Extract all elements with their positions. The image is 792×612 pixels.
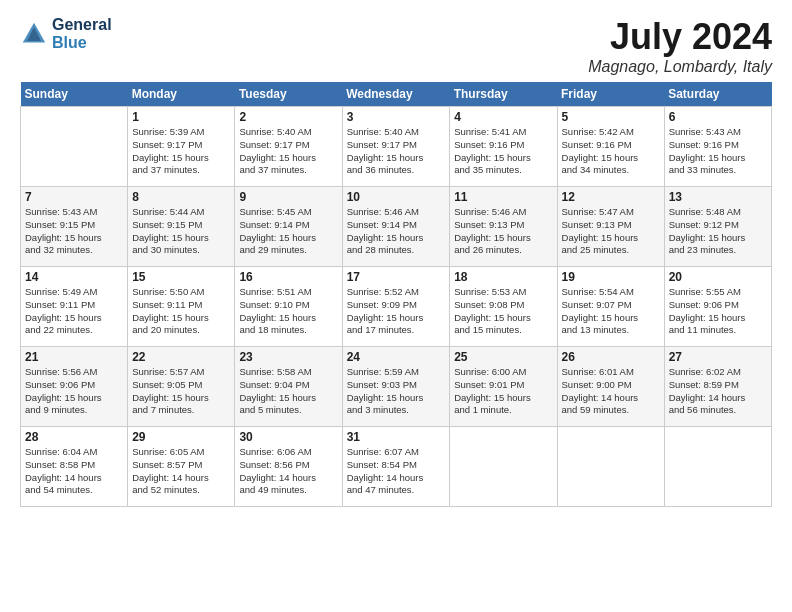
day-number: 17 bbox=[347, 270, 446, 284]
day-number: 2 bbox=[239, 110, 337, 124]
day-info: Sunrise: 5:40 AM Sunset: 9:17 PM Dayligh… bbox=[239, 126, 337, 177]
calendar-cell: 28Sunrise: 6:04 AM Sunset: 8:58 PM Dayli… bbox=[21, 427, 128, 507]
day-number: 22 bbox=[132, 350, 230, 364]
day-info: Sunrise: 5:39 AM Sunset: 9:17 PM Dayligh… bbox=[132, 126, 230, 177]
calendar-cell: 22Sunrise: 5:57 AM Sunset: 9:05 PM Dayli… bbox=[128, 347, 235, 427]
calendar-cell: 17Sunrise: 5:52 AM Sunset: 9:09 PM Dayli… bbox=[342, 267, 450, 347]
calendar-cell: 3Sunrise: 5:40 AM Sunset: 9:17 PM Daylig… bbox=[342, 107, 450, 187]
day-number: 19 bbox=[562, 270, 660, 284]
day-info: Sunrise: 5:48 AM Sunset: 9:12 PM Dayligh… bbox=[669, 206, 767, 257]
day-info: Sunrise: 5:52 AM Sunset: 9:09 PM Dayligh… bbox=[347, 286, 446, 337]
day-number: 1 bbox=[132, 110, 230, 124]
day-info: Sunrise: 5:43 AM Sunset: 9:16 PM Dayligh… bbox=[669, 126, 767, 177]
day-info: Sunrise: 6:02 AM Sunset: 8:59 PM Dayligh… bbox=[669, 366, 767, 417]
day-number: 27 bbox=[669, 350, 767, 364]
day-number: 12 bbox=[562, 190, 660, 204]
day-info: Sunrise: 5:59 AM Sunset: 9:03 PM Dayligh… bbox=[347, 366, 446, 417]
page-container: General Blue July 2024 Magnago, Lombardy… bbox=[0, 0, 792, 517]
day-info: Sunrise: 6:04 AM Sunset: 8:58 PM Dayligh… bbox=[25, 446, 123, 497]
calendar-cell: 11Sunrise: 5:46 AM Sunset: 9:13 PM Dayli… bbox=[450, 187, 557, 267]
day-number: 29 bbox=[132, 430, 230, 444]
calendar-cell: 1Sunrise: 5:39 AM Sunset: 9:17 PM Daylig… bbox=[128, 107, 235, 187]
day-info: Sunrise: 5:54 AM Sunset: 9:07 PM Dayligh… bbox=[562, 286, 660, 337]
day-info: Sunrise: 6:06 AM Sunset: 8:56 PM Dayligh… bbox=[239, 446, 337, 497]
title-block: July 2024 Magnago, Lombardy, Italy bbox=[588, 16, 772, 76]
logo-icon bbox=[20, 20, 48, 48]
day-number: 3 bbox=[347, 110, 446, 124]
day-number: 31 bbox=[347, 430, 446, 444]
day-number: 4 bbox=[454, 110, 552, 124]
day-info: Sunrise: 5:45 AM Sunset: 9:14 PM Dayligh… bbox=[239, 206, 337, 257]
calendar-cell: 29Sunrise: 6:05 AM Sunset: 8:57 PM Dayli… bbox=[128, 427, 235, 507]
day-number: 26 bbox=[562, 350, 660, 364]
calendar-cell: 9Sunrise: 5:45 AM Sunset: 9:14 PM Daylig… bbox=[235, 187, 342, 267]
calendar-cell: 19Sunrise: 5:54 AM Sunset: 9:07 PM Dayli… bbox=[557, 267, 664, 347]
calendar-table: SundayMondayTuesdayWednesdayThursdayFrid… bbox=[20, 82, 772, 507]
calendar-cell: 31Sunrise: 6:07 AM Sunset: 8:54 PM Dayli… bbox=[342, 427, 450, 507]
calendar-cell: 18Sunrise: 5:53 AM Sunset: 9:08 PM Dayli… bbox=[450, 267, 557, 347]
header-day-friday: Friday bbox=[557, 82, 664, 107]
calendar-week-row: 1Sunrise: 5:39 AM Sunset: 9:17 PM Daylig… bbox=[21, 107, 772, 187]
calendar-cell: 7Sunrise: 5:43 AM Sunset: 9:15 PM Daylig… bbox=[21, 187, 128, 267]
day-number: 11 bbox=[454, 190, 552, 204]
day-info: Sunrise: 6:05 AM Sunset: 8:57 PM Dayligh… bbox=[132, 446, 230, 497]
day-info: Sunrise: 5:46 AM Sunset: 9:13 PM Dayligh… bbox=[454, 206, 552, 257]
calendar-cell: 24Sunrise: 5:59 AM Sunset: 9:03 PM Dayli… bbox=[342, 347, 450, 427]
day-number: 16 bbox=[239, 270, 337, 284]
day-info: Sunrise: 5:50 AM Sunset: 9:11 PM Dayligh… bbox=[132, 286, 230, 337]
day-number: 25 bbox=[454, 350, 552, 364]
calendar-cell: 21Sunrise: 5:56 AM Sunset: 9:06 PM Dayli… bbox=[21, 347, 128, 427]
day-info: Sunrise: 5:43 AM Sunset: 9:15 PM Dayligh… bbox=[25, 206, 123, 257]
header-day-sunday: Sunday bbox=[21, 82, 128, 107]
day-info: Sunrise: 6:07 AM Sunset: 8:54 PM Dayligh… bbox=[347, 446, 446, 497]
calendar-cell: 26Sunrise: 6:01 AM Sunset: 9:00 PM Dayli… bbox=[557, 347, 664, 427]
calendar-cell: 2Sunrise: 5:40 AM Sunset: 9:17 PM Daylig… bbox=[235, 107, 342, 187]
day-number: 18 bbox=[454, 270, 552, 284]
calendar-cell: 30Sunrise: 6:06 AM Sunset: 8:56 PM Dayli… bbox=[235, 427, 342, 507]
header-day-thursday: Thursday bbox=[450, 82, 557, 107]
calendar-cell: 27Sunrise: 6:02 AM Sunset: 8:59 PM Dayli… bbox=[664, 347, 771, 427]
calendar-week-row: 28Sunrise: 6:04 AM Sunset: 8:58 PM Dayli… bbox=[21, 427, 772, 507]
calendar-cell: 14Sunrise: 5:49 AM Sunset: 9:11 PM Dayli… bbox=[21, 267, 128, 347]
header-day-saturday: Saturday bbox=[664, 82, 771, 107]
calendar-cell: 13Sunrise: 5:48 AM Sunset: 9:12 PM Dayli… bbox=[664, 187, 771, 267]
calendar-cell: 4Sunrise: 5:41 AM Sunset: 9:16 PM Daylig… bbox=[450, 107, 557, 187]
day-number: 23 bbox=[239, 350, 337, 364]
day-number: 21 bbox=[25, 350, 123, 364]
day-number: 6 bbox=[669, 110, 767, 124]
calendar-subtitle: Magnago, Lombardy, Italy bbox=[588, 58, 772, 76]
calendar-cell: 23Sunrise: 5:58 AM Sunset: 9:04 PM Dayli… bbox=[235, 347, 342, 427]
day-number: 28 bbox=[25, 430, 123, 444]
calendar-cell: 15Sunrise: 5:50 AM Sunset: 9:11 PM Dayli… bbox=[128, 267, 235, 347]
calendar-cell: 10Sunrise: 5:46 AM Sunset: 9:14 PM Dayli… bbox=[342, 187, 450, 267]
calendar-cell bbox=[664, 427, 771, 507]
day-number: 9 bbox=[239, 190, 337, 204]
day-info: Sunrise: 5:53 AM Sunset: 9:08 PM Dayligh… bbox=[454, 286, 552, 337]
day-info: Sunrise: 5:58 AM Sunset: 9:04 PM Dayligh… bbox=[239, 366, 337, 417]
calendar-cell bbox=[557, 427, 664, 507]
page-header: General Blue July 2024 Magnago, Lombardy… bbox=[20, 16, 772, 76]
calendar-cell: 5Sunrise: 5:42 AM Sunset: 9:16 PM Daylig… bbox=[557, 107, 664, 187]
day-info: Sunrise: 5:42 AM Sunset: 9:16 PM Dayligh… bbox=[562, 126, 660, 177]
day-info: Sunrise: 6:00 AM Sunset: 9:01 PM Dayligh… bbox=[454, 366, 552, 417]
calendar-cell bbox=[450, 427, 557, 507]
calendar-title: July 2024 bbox=[588, 16, 772, 58]
header-day-wednesday: Wednesday bbox=[342, 82, 450, 107]
day-number: 7 bbox=[25, 190, 123, 204]
day-info: Sunrise: 5:49 AM Sunset: 9:11 PM Dayligh… bbox=[25, 286, 123, 337]
day-number: 8 bbox=[132, 190, 230, 204]
day-info: Sunrise: 5:46 AM Sunset: 9:14 PM Dayligh… bbox=[347, 206, 446, 257]
day-info: Sunrise: 5:41 AM Sunset: 9:16 PM Dayligh… bbox=[454, 126, 552, 177]
calendar-cell: 6Sunrise: 5:43 AM Sunset: 9:16 PM Daylig… bbox=[664, 107, 771, 187]
day-info: Sunrise: 5:47 AM Sunset: 9:13 PM Dayligh… bbox=[562, 206, 660, 257]
day-number: 10 bbox=[347, 190, 446, 204]
calendar-cell: 16Sunrise: 5:51 AM Sunset: 9:10 PM Dayli… bbox=[235, 267, 342, 347]
day-number: 20 bbox=[669, 270, 767, 284]
day-number: 30 bbox=[239, 430, 337, 444]
day-info: Sunrise: 5:55 AM Sunset: 9:06 PM Dayligh… bbox=[669, 286, 767, 337]
calendar-header-row: SundayMondayTuesdayWednesdayThursdayFrid… bbox=[21, 82, 772, 107]
logo: General Blue bbox=[20, 16, 112, 51]
day-number: 14 bbox=[25, 270, 123, 284]
day-number: 13 bbox=[669, 190, 767, 204]
day-number: 15 bbox=[132, 270, 230, 284]
